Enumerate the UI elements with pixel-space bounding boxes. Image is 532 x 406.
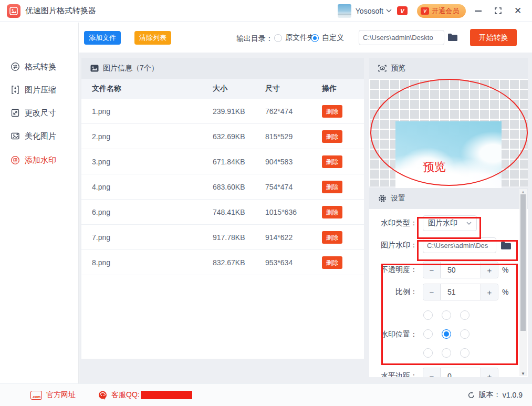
preview-panel: 预览 ♛ <box>369 58 528 186</box>
file-list-panel: 图片信息（7个） 文件名称 大小 尺寸 操作 1.png 239.91KB 76… <box>81 58 364 359</box>
account-name[interactable]: Yososoft <box>356 7 383 15</box>
titlebar: 优速图片格式转换器 Yososoft V V 开通会员 ✕ <box>0 0 532 22</box>
file-size: 239.91KB <box>213 107 245 116</box>
radio-custom-dir[interactable]: 自定义 <box>311 33 344 43</box>
h-margin-value[interactable]: 0 <box>441 368 481 377</box>
watermark-type-select[interactable]: 图片水印 <box>423 215 477 231</box>
official-website-link[interactable]: 官方网址 <box>46 390 76 400</box>
sidebar-item-beautify[interactable]: 美化图片 <box>11 128 56 144</box>
opacity-stepper: − 50 + <box>423 262 498 278</box>
delete-button[interactable]: 删除 <box>322 105 342 118</box>
maximize-button[interactable] <box>490 4 506 18</box>
h-margin-stepper: − 0 + <box>423 368 498 377</box>
scroll-up-arrow[interactable]: ▲ <box>519 189 527 194</box>
app-logo-icon <box>7 4 20 18</box>
version-group: 版本：v1.0.9 <box>467 390 523 400</box>
delete-button[interactable]: 删除 <box>322 206 342 218</box>
col-dimensions: 尺寸 <box>265 84 280 93</box>
watermark-browse-folder-icon[interactable] <box>500 241 512 250</box>
user-avatar[interactable] <box>338 4 351 18</box>
image-watermark-path-input[interactable]: C:\Users\admin\Des <box>423 237 496 253</box>
qq-number-redaction <box>141 391 192 399</box>
clear-list-button[interactable]: 清除列表 <box>134 31 171 45</box>
position-radio-middle-right[interactable] <box>460 329 470 339</box>
delete-button[interactable]: 删除 <box>322 256 342 269</box>
h-margin-label: 水平边距： <box>369 371 418 377</box>
maximize-icon <box>495 7 502 14</box>
table-row: 1.png 239.91KB 762*474 删除 <box>81 99 364 124</box>
position-radio-top-left[interactable] <box>423 310 433 320</box>
settings-panel-header: 设置 <box>369 188 528 209</box>
file-name: 2.png <box>92 132 110 141</box>
sidebar: 格式转换 图片压缩 更改尺寸 美化图片 添加水印 <box>0 23 79 383</box>
refresh-icon[interactable] <box>467 391 475 399</box>
file-size: 917.78KB <box>213 233 245 242</box>
sidebar-item-format-convert[interactable]: 格式转换 <box>11 59 56 75</box>
vip-badge-icon: V <box>397 6 408 15</box>
opacity-value[interactable]: 50 <box>441 262 481 278</box>
position-radio-center-selected[interactable] <box>442 329 451 339</box>
scale-decrease-button[interactable]: − <box>423 284 441 300</box>
sidebar-item-label: 美化图片 <box>25 131 56 141</box>
settings-panel-title: 设置 <box>391 194 405 203</box>
scale-increase-button[interactable]: + <box>481 284 498 300</box>
toolbar: 添加文件 清除列表 输出目录： 原文件夹 自定义 C:\Users\admin\… <box>79 23 532 53</box>
opacity-decrease-button[interactable]: − <box>423 262 441 278</box>
scale-label: 比例： <box>369 287 418 297</box>
scale-value[interactable]: 51 <box>441 284 481 300</box>
chevron-down-icon[interactable] <box>386 9 392 13</box>
file-size: 632.69KB <box>213 132 245 141</box>
watermark-stamp-icon <box>11 155 20 165</box>
beautify-image-icon <box>11 131 20 141</box>
radio-circle-selected[interactable] <box>311 34 319 42</box>
file-name: 6.png <box>92 208 110 216</box>
output-dir-label: 输出目录： <box>236 34 273 44</box>
watermark-type-label: 水印类型： <box>369 218 418 228</box>
delete-button[interactable]: 删除 <box>322 231 342 244</box>
app-title: 优速图片格式转换器 <box>25 6 96 16</box>
h-margin-increase-button[interactable]: + <box>481 368 498 377</box>
position-radio-bottom-left[interactable] <box>423 348 433 358</box>
sidebar-item-image-compress[interactable]: 图片压缩 <box>11 82 56 98</box>
preview-panel-title: 预览 <box>391 64 405 73</box>
main-content: 图片信息（7个） 文件名称 大小 尺寸 操作 1.png 239.91KB 76… <box>79 53 532 383</box>
close-button[interactable]: ✕ <box>510 4 526 18</box>
position-radio-middle-left[interactable] <box>423 329 433 339</box>
upgrade-vip-button[interactable]: V 开通会员 <box>417 4 466 18</box>
position-radio-bottom-center[interactable] <box>442 348 451 358</box>
radio-circle[interactable] <box>274 34 282 42</box>
position-label: 水印位置： <box>369 329 418 339</box>
start-convert-button[interactable]: 开始转换 <box>470 29 517 46</box>
position-radio-top-right[interactable] <box>460 310 470 320</box>
delete-button[interactable]: 删除 <box>322 181 342 193</box>
radio-original-folder[interactable]: 原文件夹 <box>274 33 315 43</box>
delete-button[interactable]: 删除 <box>322 130 342 143</box>
compress-icon <box>11 85 20 95</box>
sidebar-item-add-watermark[interactable]: 添加水印 <box>11 152 56 168</box>
minimize-button[interactable] <box>470 4 486 18</box>
file-panel-title: 图片信息（7个） <box>103 64 159 73</box>
scroll-down-arrow[interactable]: ▼ <box>519 371 527 376</box>
h-margin-row: 水平边距： − 0 + <box>369 368 498 377</box>
position-radio-bottom-right[interactable] <box>460 348 470 358</box>
vip-icon: V <box>421 7 429 15</box>
delete-button[interactable]: 删除 <box>322 155 342 168</box>
version-label: 版本： <box>479 390 501 400</box>
file-dimensions: 815*529 <box>265 132 293 141</box>
gear-icon <box>378 194 387 203</box>
settings-scrollbar[interactable]: ▲ ▼ <box>519 189 527 376</box>
file-name: 1.png <box>92 107 110 116</box>
browse-folder-icon[interactable] <box>447 33 458 44</box>
file-dimensions: 904*583 <box>265 158 293 166</box>
scrollbar-thumb[interactable] <box>520 194 526 331</box>
settings-panel: 设置 水印类型： 图片水印 图片水印： C:\Users\admin\Des 不… <box>369 188 528 377</box>
sidebar-item-resize[interactable]: 更改尺寸 <box>11 105 56 121</box>
scale-stepper: − 51 + <box>423 284 498 300</box>
add-files-button[interactable]: 添加文件 <box>84 31 121 45</box>
output-path-input[interactable]: C:\Users\admin\Deskto <box>359 30 444 45</box>
h-margin-decrease-button[interactable]: − <box>423 368 441 377</box>
opacity-unit: % <box>502 266 508 274</box>
footer-bar: .com 官方网址 客服QQ: 版本：v1.0.9 <box>0 383 532 406</box>
opacity-increase-button[interactable]: + <box>481 262 498 278</box>
position-radio-top-center[interactable] <box>442 310 451 320</box>
